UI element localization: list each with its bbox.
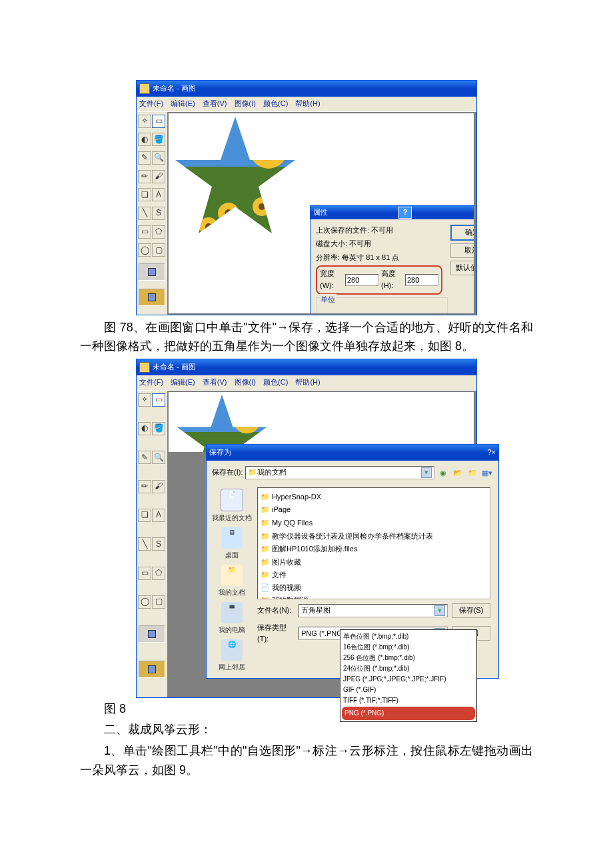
- tool-option-2[interactable]: [139, 289, 165, 306]
- file-item[interactable]: 文件: [261, 569, 487, 582]
- file-item[interactable]: iPage: [261, 503, 487, 517]
- menu-image[interactable]: 图像(I): [235, 99, 256, 107]
- type-option[interactable]: PNG (*.PNG): [342, 707, 475, 720]
- type-option[interactable]: 16色位图 (*.bmp;*.dib): [342, 642, 475, 653]
- file-list[interactable]: HyperSnap-DXiPageMy QQ Files教学仪器设备统计表及迎国…: [257, 487, 490, 599]
- tool-polygon[interactable]: ⬠: [152, 225, 165, 239]
- tool-magnify[interactable]: 🔍: [152, 451, 165, 464]
- tool-ellipse[interactable]: ◯: [138, 595, 151, 609]
- help-button[interactable]: ?: [398, 207, 412, 219]
- file-item[interactable]: 教学仪器设备统计表及迎国检办学条件档案统计表: [261, 530, 487, 543]
- tool-magnify[interactable]: 🔍: [152, 151, 165, 165]
- menu-edit[interactable]: 编辑(E): [171, 378, 195, 386]
- titlebar[interactable]: 未命名 - 画图: [137, 359, 476, 375]
- tool-eraser[interactable]: ◐: [138, 133, 151, 146]
- type-option[interactable]: 单色位图 (*.bmp;*.dib): [342, 631, 475, 642]
- place-mydocs[interactable]: 📁我的文档: [212, 563, 252, 599]
- canvas-area: 属性 ? × 确定 取消 默认值(D) 上次保存的文件: 不可用: [167, 112, 476, 315]
- svg-point-3: [250, 131, 287, 169]
- menu-view[interactable]: 查看(V): [203, 99, 227, 107]
- figure-7: 未命名 - 画图 文件(F) 编辑(E) 查看(V) 图像(I) 颜色(C) 帮…: [0, 80, 613, 315]
- tool-rect[interactable]: ▭: [138, 225, 151, 239]
- place-network[interactable]: 🌐网上邻居: [212, 638, 252, 674]
- tool-rect[interactable]: ▭: [138, 567, 151, 580]
- savetype-dropdown[interactable]: 单色位图 (*.bmp;*.dib)16色位图 (*.bmp;*.dib)256…: [340, 629, 477, 722]
- tool-roundrect[interactable]: ▢: [152, 595, 165, 609]
- svg-point-7: [218, 203, 239, 224]
- chevron-down-icon[interactable]: ▾: [434, 605, 445, 616]
- height-input[interactable]: [405, 274, 438, 286]
- menu-file[interactable]: 文件(F): [139, 99, 163, 107]
- tool-eraser[interactable]: ◐: [138, 422, 151, 435]
- tool-roundrect[interactable]: ▢: [152, 243, 165, 257]
- file-item[interactable]: My QQ Files: [261, 517, 487, 530]
- back-icon[interactable]: ◉: [437, 467, 449, 479]
- tool-rect-select[interactable]: ▭: [152, 115, 165, 128]
- tool-option-2[interactable]: [139, 661, 165, 678]
- window-title: 未命名 - 画图: [153, 83, 196, 95]
- place-recent[interactable]: 📄我最近的文档: [212, 487, 252, 525]
- tool-curve[interactable]: S: [152, 537, 165, 551]
- type-option[interactable]: GIF (*.GIF): [342, 685, 475, 695]
- file-item[interactable]: 图解HP1010添加加粉.files: [261, 543, 487, 556]
- tool-picker[interactable]: ✎: [138, 451, 151, 464]
- tool-line[interactable]: ╲: [138, 537, 151, 551]
- type-option[interactable]: 24位位图 (*.bmp;*.dib): [342, 663, 475, 674]
- place-mycomputer[interactable]: 💻我的电脑: [212, 601, 252, 637]
- tool-ellipse[interactable]: ◯: [138, 243, 151, 257]
- menu-file[interactable]: 文件(F): [139, 378, 163, 386]
- chevron-down-icon[interactable]: ▾: [421, 467, 432, 478]
- close-button[interactable]: ×: [492, 447, 496, 459]
- tool-rect-select[interactable]: ▭: [152, 393, 165, 407]
- menu-edit[interactable]: 编辑(E): [171, 99, 195, 107]
- tool-brush[interactable]: 🖌: [152, 480, 165, 493]
- tool-text[interactable]: A: [152, 509, 165, 522]
- menubar: 文件(F) 编辑(E) 查看(V) 图像(I) 颜色(C) 帮助(H): [137, 97, 476, 112]
- svg-point-4: [261, 142, 277, 158]
- tool-option-1[interactable]: [139, 263, 165, 281]
- width-input[interactable]: [345, 274, 378, 286]
- tool-freeform-select[interactable]: ✧: [138, 115, 151, 128]
- tool-picker[interactable]: ✎: [138, 151, 151, 165]
- menu-help[interactable]: 帮助(H): [295, 99, 320, 107]
- ok-button[interactable]: 确定: [450, 225, 474, 241]
- tool-option-1[interactable]: [139, 625, 165, 643]
- svg-rect-14: [172, 392, 272, 432]
- menu-color[interactable]: 颜色(C): [263, 378, 288, 386]
- menu-color[interactable]: 颜色(C): [263, 99, 288, 107]
- tool-freeform-select[interactable]: ✧: [138, 393, 151, 407]
- menu-view[interactable]: 查看(V): [203, 378, 227, 386]
- default-button[interactable]: 默认值(D): [450, 261, 474, 275]
- up-icon[interactable]: 📂: [452, 467, 464, 479]
- titlebar[interactable]: 未命名 - 画图: [137, 81, 476, 97]
- tool-fill[interactable]: 🪣: [152, 133, 165, 146]
- type-option[interactable]: TIFF (*.TIF;*.TIFF): [342, 695, 475, 706]
- tool-text[interactable]: A: [152, 188, 165, 201]
- tool-pencil[interactable]: ✏: [138, 170, 151, 183]
- tool-pencil[interactable]: ✏: [138, 480, 151, 493]
- tool-airbrush[interactable]: ❏: [138, 509, 151, 522]
- filename-input[interactable]: 五角星图▾: [299, 604, 448, 617]
- tool-brush[interactable]: 🖌: [152, 170, 165, 183]
- type-option[interactable]: 256 色位图 (*.bmp;*.dib): [342, 653, 475, 663]
- file-item[interactable]: 图片收藏: [261, 556, 487, 569]
- tool-polygon[interactable]: ⬠: [152, 567, 165, 580]
- new-folder-icon[interactable]: 📁: [466, 467, 478, 479]
- svg-point-11: [199, 217, 218, 236]
- lookin-combo[interactable]: 📁 我的文档 ▾: [245, 466, 434, 479]
- svg-point-17: [241, 413, 253, 425]
- tool-curve[interactable]: S: [152, 207, 165, 220]
- views-icon[interactable]: ▦▾: [481, 467, 493, 479]
- file-item[interactable]: 我的视频: [261, 582, 487, 594]
- save-button[interactable]: 保存(S): [452, 603, 490, 618]
- tool-line[interactable]: ╲: [138, 207, 151, 220]
- type-option[interactable]: JPEG (*.JPG;*.JPEG;*.JPE;*.JFIF): [342, 674, 475, 685]
- place-desktop[interactable]: 🖥桌面: [212, 526, 252, 562]
- file-item[interactable]: HyperSnap-DX: [261, 491, 487, 504]
- cancel-button[interactable]: 取消: [450, 243, 474, 258]
- tool-fill[interactable]: 🪣: [152, 422, 165, 435]
- file-item[interactable]: 我的数据源: [261, 594, 487, 599]
- tool-airbrush[interactable]: ❏: [138, 188, 151, 201]
- menu-image[interactable]: 图像(I): [235, 378, 256, 386]
- menu-help[interactable]: 帮助(H): [295, 378, 320, 386]
